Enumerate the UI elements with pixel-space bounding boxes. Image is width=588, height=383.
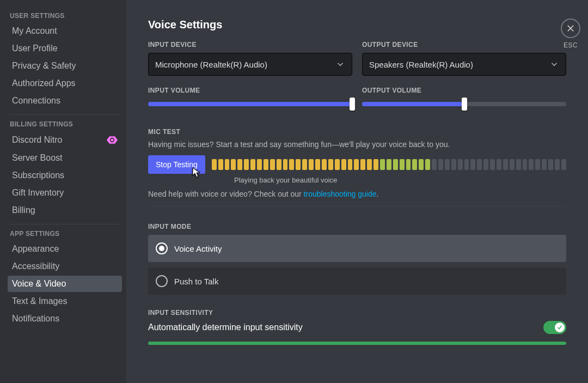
sidebar-divider — [10, 224, 120, 224]
sidebar-header-app: APP SETTINGS — [10, 230, 122, 238]
mic-bar — [393, 159, 398, 170]
input-volume-slider[interactable] — [148, 99, 352, 110]
output-device-label: OUTPUT DEVICE — [362, 41, 566, 48]
mic-bar — [555, 159, 560, 170]
sidebar-item-label: Subscriptions — [12, 171, 64, 180]
sidebar-item-privacy-safety[interactable]: Privacy & Safety — [8, 58, 122, 74]
mic-bar — [516, 159, 521, 170]
output-device-value: Speakers (Realtek(R) Audio) — [369, 60, 473, 69]
mic-bar — [412, 159, 417, 170]
sidebar-item-label: Connections — [12, 96, 60, 106]
mic-bar — [315, 159, 320, 170]
sidebar-item-label: Accessibility — [12, 262, 59, 271]
output-device-select[interactable]: Speakers (Realtek(R) Audio) — [362, 53, 566, 76]
radio-icon — [156, 242, 168, 254]
sidebar-item-voice-video[interactable]: Voice & Video — [8, 276, 122, 292]
mic-bar — [225, 159, 230, 170]
slider-thumb[interactable] — [350, 98, 355, 111]
mic-bar — [542, 159, 547, 170]
mic-bar — [335, 159, 340, 170]
sidebar-item-label: User Profile — [12, 44, 58, 53]
mic-bar — [425, 159, 430, 170]
sidebar-item-label: Gift Inventory — [12, 188, 64, 198]
mic-bar — [270, 159, 275, 170]
mic-bar — [406, 159, 411, 170]
sidebar-item-label: Billing — [12, 205, 35, 215]
sidebar-item-appearance[interactable]: Appearance — [8, 241, 122, 257]
mic-bar — [231, 159, 236, 170]
mic-bar — [289, 159, 294, 170]
slider-thumb[interactable] — [462, 98, 467, 111]
mic-bar — [464, 159, 469, 170]
sidebar-item-subscriptions[interactable]: Subscriptions — [8, 167, 122, 184]
mic-bar — [503, 159, 508, 170]
mic-bar — [309, 159, 314, 170]
mic-bar — [548, 159, 553, 170]
input-device-value: Microphone (Realtek(R) Audio) — [155, 60, 267, 69]
settings-content: ESC Voice Settings INPUT DEVICE Micropho… — [126, 0, 588, 383]
check-icon — [556, 324, 563, 331]
mic-bar — [483, 159, 488, 170]
mic-bar — [367, 159, 372, 170]
mic-bar — [218, 159, 223, 170]
sensitivity-bar — [148, 342, 566, 345]
auto-sensitivity-toggle[interactable] — [543, 321, 566, 334]
sidebar-item-label: Appearance — [12, 244, 59, 254]
sidebar-item-user-profile[interactable]: User Profile — [8, 40, 122, 57]
mic-help-text: Need help with voice or video? Check out… — [148, 190, 566, 198]
cursor-icon — [192, 167, 201, 180]
mic-bar — [400, 159, 405, 170]
mic-bar — [561, 159, 566, 170]
sidebar-item-label: Text & Images — [12, 296, 67, 306]
mic-bar — [373, 159, 378, 170]
input-mode-push-to-talk[interactable]: Push to Talk — [148, 268, 566, 295]
mic-level-meter — [212, 159, 566, 170]
mic-bar — [283, 159, 288, 170]
sidebar-item-connections[interactable]: Connections — [8, 93, 122, 109]
input-mode-voice-activity[interactable]: Voice Activity — [148, 235, 566, 262]
mic-bar — [322, 159, 327, 170]
mic-bar — [387, 159, 391, 170]
sidebar-header-user: USER SETTINGS — [10, 12, 122, 20]
mic-bar — [419, 159, 424, 170]
sidebar-item-gift-inventory[interactable]: Gift Inventory — [8, 185, 122, 201]
sidebar-item-my-account[interactable]: My Account — [8, 23, 122, 39]
page-title: Voice Settings — [148, 19, 566, 31]
chevron-down-icon — [549, 59, 559, 69]
slider-fill — [148, 102, 352, 106]
mic-bar — [250, 159, 255, 170]
sidebar-item-notifications[interactable]: Notifications — [8, 311, 122, 327]
mic-test-button-label: Stop Testing — [156, 160, 198, 169]
mic-bar — [380, 159, 385, 170]
input-device-select[interactable]: Microphone (Realtek(R) Audio) — [148, 53, 352, 76]
mic-bar — [529, 159, 534, 170]
mic-bar — [237, 159, 242, 170]
close-icon — [566, 23, 575, 33]
mic-bar — [264, 159, 268, 170]
output-volume-label: OUTPUT VOLUME — [362, 87, 566, 94]
mic-bar — [212, 159, 217, 170]
sidebar-item-text-images[interactable]: Text & Images — [8, 293, 122, 309]
mic-bar — [244, 159, 249, 170]
sidebar-item-accessibility[interactable]: Accessibility — [8, 258, 122, 275]
mic-bar — [510, 159, 514, 170]
mic-bar — [470, 159, 475, 170]
nitro-badge-icon — [107, 135, 118, 145]
mic-bar — [497, 159, 501, 170]
sidebar-item-billing[interactable]: Billing — [8, 202, 122, 218]
mic-bar — [451, 159, 456, 170]
output-volume-slider[interactable] — [362, 99, 566, 110]
mic-bar — [328, 159, 333, 170]
mic-test-button[interactable]: Stop Testing — [148, 155, 205, 174]
mic-bar — [438, 159, 443, 170]
sidebar-item-authorized-apps[interactable]: Authorized Apps — [8, 75, 122, 92]
troubleshooting-link[interactable]: troubleshooting guide — [304, 190, 377, 198]
sidebar-item-server-boost[interactable]: Server Boost — [8, 150, 122, 166]
section-divider — [148, 206, 566, 206]
mic-bar — [535, 159, 540, 170]
close-button[interactable] — [561, 19, 580, 38]
sidebar-item-discord-nitro[interactable]: Discord Nitro — [8, 131, 122, 149]
input-mode-header: INPUT MODE — [148, 223, 566, 230]
mic-bar — [348, 159, 353, 170]
sidebar-item-label: Voice & Video — [12, 279, 66, 289]
